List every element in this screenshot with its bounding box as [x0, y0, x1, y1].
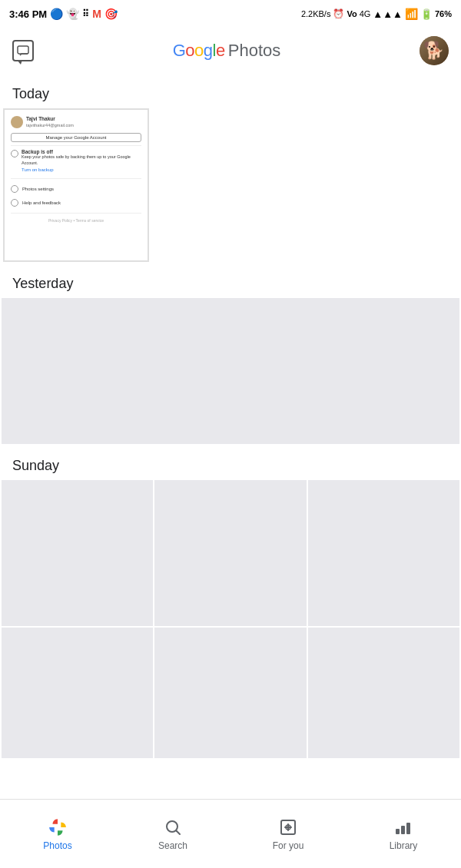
sunday-row-2 — [0, 628, 461, 758]
search-icon — [163, 817, 183, 837]
bottom-navigation: Photos Search For you — [0, 799, 461, 868]
logo-e-red: e — [216, 41, 225, 60]
nav-tab-search[interactable]: Search — [115, 811, 230, 857]
today-photo[interactable]: Tajvi Thakur tajvithakur44@gmail.com Man… — [3, 108, 149, 262]
section-sunday: Sunday — [0, 446, 461, 480]
sc-help-icon — [11, 199, 18, 207]
app-bar: Google Photos — [0, 28, 461, 74]
logo-o-red: o — [185, 41, 194, 60]
svg-line-2 — [177, 830, 181, 834]
google-photos-logo: Google Photos — [173, 41, 281, 61]
nav-tab-photos[interactable]: Photos — [0, 811, 115, 857]
sunday-photo-4[interactable] — [2, 628, 153, 758]
avatar-image — [420, 36, 449, 65]
library-icon — [393, 817, 413, 837]
chat-icon[interactable] — [12, 40, 34, 61]
logo-g-blue2: g — [204, 41, 213, 60]
sunday-photo-5[interactable] — [154, 628, 306, 758]
sc-settings-icon — [11, 185, 18, 193]
svg-rect-7 — [406, 823, 410, 834]
logo-g-blue: G — [173, 41, 186, 60]
main-content: Today Tajvi Thakur tajvithakur44@gmail.c… — [0, 74, 461, 837]
nav-search-label: Search — [158, 840, 187, 851]
yesterday-photo[interactable] — [2, 298, 459, 444]
app-bar-left — [12, 40, 34, 61]
svg-rect-5 — [396, 829, 400, 834]
yesterday-photo-container — [0, 298, 461, 444]
sunday-photo-3[interactable] — [308, 480, 459, 626]
section-yesterday: Yesterday — [0, 263, 461, 298]
sc-backup-icon — [11, 150, 18, 157]
nav-tab-library[interactable]: Library — [346, 811, 461, 857]
sunday-photo-2[interactable] — [154, 480, 306, 626]
status-time: 3:46 PM 🔵 👻 ⠿ M 🎯 — [9, 8, 118, 20]
svg-rect-6 — [401, 826, 405, 834]
status-bar: 3:46 PM 🔵 👻 ⠿ M 🎯 2.2KB/s ⏰ Vo 4G ▲▲▲ 📶 … — [0, 0, 461, 28]
logo-o-yellow: o — [194, 41, 204, 60]
photos-icon — [48, 817, 68, 837]
nav-photos-label: Photos — [43, 840, 71, 851]
user-avatar[interactable] — [420, 36, 449, 65]
nav-library-label: Library — [390, 840, 418, 851]
sunday-photo-6[interactable] — [308, 628, 459, 758]
photos-text: Photos — [228, 41, 281, 61]
nav-tab-foryou[interactable]: For you — [230, 811, 346, 857]
section-today: Today — [0, 74, 461, 108]
screenshot-thumbnail: Tajvi Thakur tajvithakur44@gmail.com Man… — [4, 109, 148, 261]
svg-rect-0 — [18, 46, 28, 54]
sc-user-info: Tajvi Thakur tajvithakur44@gmail.com — [26, 116, 74, 128]
sunday-photo-1[interactable] — [2, 480, 153, 626]
status-indicators: 2.2KB/s ⏰ Vo 4G ▲▲▲ 📶 🔋 76% — [301, 8, 452, 20]
foryou-icon — [278, 817, 298, 837]
today-photo-container: Tajvi Thakur tajvithakur44@gmail.com Man… — [0, 108, 461, 262]
sc-avatar — [11, 116, 23, 128]
nav-foryou-label: For you — [273, 840, 304, 851]
sunday-row-1 — [0, 480, 461, 626]
